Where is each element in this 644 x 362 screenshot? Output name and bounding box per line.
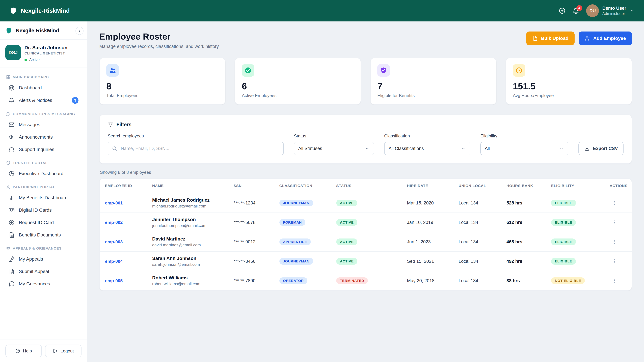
col-classification: CLASSIFICATION — [275, 179, 332, 193]
row-actions-button[interactable] — [610, 237, 619, 247]
employee-ssn: ***-**-5678 — [229, 213, 275, 232]
quick-add-button[interactable] — [559, 7, 566, 14]
row-actions-button[interactable] — [610, 218, 619, 227]
col-hire-date: HIRE DATE — [402, 179, 454, 193]
eligibility-label: Eligibility — [480, 133, 568, 139]
section-header-main-dashboard: MAIN DASHBOARD — [6, 75, 81, 79]
users-icon — [106, 64, 119, 77]
employee-id-link[interactable]: emp-001 — [105, 200, 123, 205]
employee-id-link[interactable]: emp-005 — [105, 278, 123, 283]
employee-name: Michael James Rodriguez — [152, 197, 224, 203]
sidebar-item-my-appeals[interactable]: My Appeals — [5, 253, 82, 265]
id-card-icon — [8, 207, 15, 213]
page-title: Employee Roster — [99, 31, 219, 41]
profile-avatar: DSJ — [5, 45, 21, 60]
classification-field-group: Classification All Classifications — [384, 133, 470, 155]
stat-value: 7 — [377, 81, 489, 91]
sidebar-item-request-id-card[interactable]: Request ID Card — [5, 216, 82, 229]
employee-id-link[interactable]: emp-003 — [105, 239, 123, 244]
plus-circle-icon — [8, 219, 15, 226]
hire-date: Mar 15, 2020 — [402, 193, 454, 213]
hire-date: Jan 10, 2019 — [402, 213, 454, 232]
help-button[interactable]: Help — [5, 345, 42, 357]
union-local: Local 134 — [454, 271, 502, 290]
user-icon — [6, 185, 10, 189]
profile-card: DSJ Dr. Sarah Johnson CLINICAL GENETICIS… — [0, 39, 87, 68]
add-employee-button[interactable]: Add Employee — [578, 31, 632, 45]
col-union-local: UNION LOCAL — [454, 179, 502, 193]
user-name: Demo User — [602, 5, 626, 11]
notifications-button[interactable]: 4 — [572, 7, 580, 14]
sidebar-item-executive-dashboard[interactable]: Executive Dashboard — [5, 167, 82, 180]
employee-ssn: ***-**-1234 — [229, 193, 275, 213]
pie-chart-icon — [8, 170, 15, 177]
bulk-upload-button[interactable]: Bulk Upload — [526, 31, 574, 45]
classification-badge: JOURNEYMAN — [280, 200, 313, 206]
status-field-group: Status All Statuses — [294, 133, 374, 155]
section-header-communication: COMMUNICATION & MESSAGING — [6, 112, 81, 116]
row-actions-button[interactable] — [610, 198, 619, 208]
section-header-participant-portal: PARTICIPANT PORTAL — [6, 185, 81, 189]
shield-icon — [6, 161, 10, 165]
sidebar-item-my-grievances[interactable]: My Grievances — [5, 278, 82, 290]
header-actions: Bulk Upload Add Employee — [526, 31, 632, 45]
status-dot — [24, 59, 27, 61]
eligibility-badge: ELIGIBLE — [551, 200, 576, 206]
col-hours-bank: HOURS BANK — [502, 179, 546, 193]
page-header: Employee Roster Manage employee records,… — [99, 31, 632, 49]
employee-name: Jennifer Thompson — [152, 217, 224, 222]
stat-card-avg-hours: 151.5 Avg Hours/Employee — [506, 58, 632, 105]
gavel-icon — [8, 256, 15, 262]
sidebar-item-benefits-documents[interactable]: Benefits Documents — [5, 229, 82, 241]
sidebar-item-alerts-notices[interactable]: Alerts & Notices 3 — [5, 94, 82, 107]
clock-icon — [513, 64, 525, 77]
file-icon — [532, 35, 538, 41]
search-input[interactable] — [108, 142, 284, 155]
eligibility-select[interactable]: All — [480, 142, 568, 155]
hours-bank: 492 hrs — [502, 252, 546, 271]
employee-ssn: ***-**-7890 — [229, 271, 275, 290]
eligibility-badge: NOT ELIGIBLE — [551, 277, 585, 284]
employee-id-link[interactable]: emp-002 — [105, 220, 123, 225]
employee-table: EMPLOYEE ID NAME SSN CLASSIFICATION STAT… — [100, 179, 632, 290]
profile-name: Dr. Sarah Johnson — [24, 45, 68, 50]
topbar: Nexgile-RiskMind 4 DU Demo User Administ… — [0, 0, 644, 21]
sidebar-item-announcements[interactable]: Announcements — [5, 131, 82, 143]
chat-icon — [6, 112, 10, 116]
eligibility-badge: ELIGIBLE — [551, 239, 576, 245]
hours-bank: 468 hrs — [502, 232, 546, 252]
eligibility-badge: ELIGIBLE — [551, 258, 576, 265]
col-eligibility: ELIGIBILITY — [546, 179, 605, 193]
shield-logo-icon — [5, 27, 12, 34]
logout-button[interactable]: Logout — [45, 345, 82, 357]
employee-ssn: ***-**-9012 — [229, 232, 275, 252]
employee-email: david.martinez@email.com — [152, 243, 224, 247]
stat-value: 151.5 — [513, 81, 625, 91]
sidebar-item-digital-id-cards[interactable]: Digital ID Cards — [5, 204, 82, 216]
table-row: emp-002 Jennifer Thompson jennifer.thomp… — [100, 213, 632, 232]
grid-icon — [6, 75, 10, 79]
kebab-menu-icon — [612, 200, 617, 206]
employee-ssn: ***-**-3456 — [229, 252, 275, 271]
sidebar-item-support-inquiries[interactable]: Support Inquiries — [5, 143, 82, 156]
export-csv-button[interactable]: Export CSV — [578, 142, 624, 155]
classification-select[interactable]: All Classifications — [384, 142, 470, 155]
sidebar-item-submit-appeal[interactable]: Submit Appeal — [5, 265, 82, 278]
row-actions-button[interactable] — [610, 276, 619, 285]
classification-label: Classification — [384, 133, 470, 139]
row-actions-button[interactable] — [610, 257, 619, 266]
check-circle-icon — [242, 64, 254, 77]
sidebar-item-messages[interactable]: Messages — [5, 118, 82, 131]
profile-meta: Dr. Sarah Johnson CLINICAL GENETICIST Ac… — [24, 45, 68, 62]
status-select[interactable]: All Statuses — [294, 142, 374, 155]
classification-badge: APPRENTICE — [280, 239, 311, 245]
employee-email: jennifer.thompson@email.com — [152, 223, 224, 228]
user-menu[interactable]: DU Demo User Administrator — [586, 4, 634, 17]
employee-email: michael.rodriguez@email.com — [152, 204, 224, 209]
employee-id-link[interactable]: emp-004 — [105, 259, 123, 264]
sidebar-item-my-benefits-dashboard[interactable]: My Benefits Dashboard — [5, 192, 82, 204]
sidebar-item-dashboard[interactable]: Dashboard — [5, 82, 82, 94]
classification-badge: FOREMAN — [280, 219, 306, 226]
sidebar-collapse-button[interactable] — [76, 27, 84, 35]
headset-icon — [8, 146, 15, 153]
